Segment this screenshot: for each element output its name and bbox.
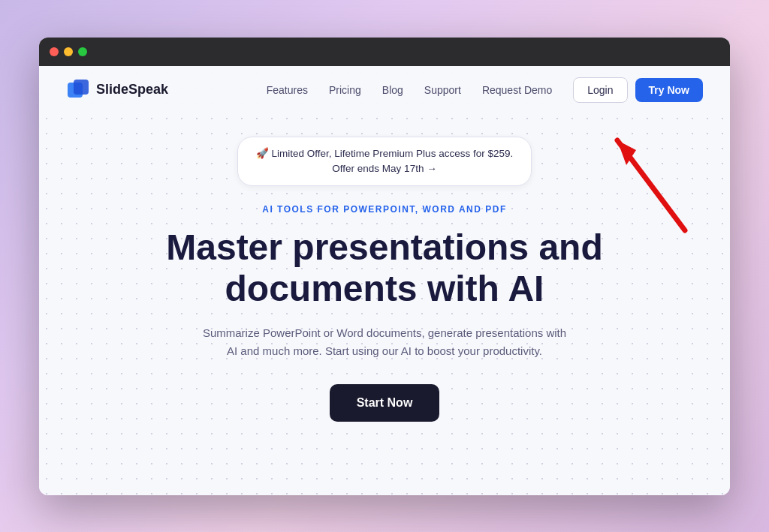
hero-subtext: Summarize PowerPoint or Word documents, …: [197, 324, 572, 360]
browser-content: SlideSpeak Features Pricing Blog Support…: [39, 66, 730, 495]
offer-banner[interactable]: 🚀 Limited Offer, Lifetime Premium Plus a…: [237, 137, 532, 187]
svg-line-2: [617, 140, 685, 230]
maximize-button[interactable]: [78, 47, 87, 56]
nav-links: Features Pricing Blog Support Request De…: [267, 84, 553, 96]
minimize-button[interactable]: [64, 47, 73, 56]
traffic-lights: [50, 47, 87, 56]
nav-support[interactable]: Support: [424, 84, 461, 96]
login-button[interactable]: Login: [573, 77, 627, 103]
svg-marker-3: [617, 140, 636, 165]
nav-buttons: Login Try Now: [573, 77, 703, 103]
start-now-button[interactable]: Start Now: [330, 384, 440, 422]
close-button[interactable]: [50, 47, 59, 56]
browser-window: SlideSpeak Features Pricing Blog Support…: [39, 38, 730, 495]
try-now-button[interactable]: Try Now: [635, 78, 703, 102]
arrow-annotation: [595, 122, 715, 242]
logo-icon: [66, 78, 90, 102]
nav-request-demo[interactable]: Request Demo: [482, 84, 552, 96]
nav-blog[interactable]: Blog: [382, 84, 403, 96]
logo-area: SlideSpeak: [66, 78, 168, 102]
subtitle-label: AI TOOLS FOR POWERPOINT, WORD AND PDF: [262, 204, 507, 215]
hero-heading: Master presentations and documents with …: [166, 227, 602, 309]
hero-heading-line2: documents with AI: [225, 269, 544, 308]
navbar: SlideSpeak Features Pricing Blog Support…: [39, 66, 730, 114]
browser-titlebar: [39, 38, 730, 66]
nav-features[interactable]: Features: [267, 84, 308, 96]
nav-pricing[interactable]: Pricing: [329, 84, 361, 96]
hero-heading-line1: Master presentations and: [166, 227, 602, 267]
banner-line2: Offer ends May 17th →: [332, 163, 436, 174]
svg-rect-1: [74, 80, 89, 95]
arrow-svg: [595, 122, 715, 242]
logo-text: SlideSpeak: [96, 82, 168, 98]
banner-line1: 🚀 Limited Offer, Lifetime Premium Plus a…: [256, 148, 513, 159]
main-content: 🚀 Limited Offer, Lifetime Premium Plus a…: [39, 114, 730, 495]
